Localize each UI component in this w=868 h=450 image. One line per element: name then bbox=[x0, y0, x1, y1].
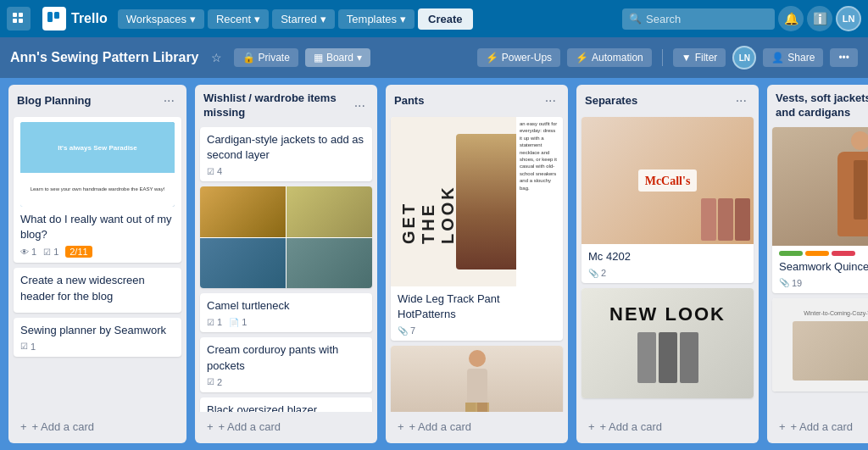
svg-rect-5 bbox=[54, 12, 59, 19]
chevron-down-icon: ▾ bbox=[357, 52, 362, 64]
card-title-pants-wide-leg: Wide Leg Track Pant HotPatterns bbox=[398, 292, 556, 322]
list-title-pants: Pants bbox=[394, 94, 542, 108]
create-button[interactable]: Create bbox=[418, 8, 472, 30]
card-blog-1[interactable]: It's always Sew Paradise Learn to sew yo… bbox=[14, 117, 181, 263]
avatar[interactable]: LN bbox=[836, 6, 861, 31]
board-icon: ▦ bbox=[314, 52, 323, 64]
list-menu-button[interactable]: ··· bbox=[542, 92, 559, 110]
card-wish-cardigan[interactable]: Cardigan-style jackets to add as second … bbox=[200, 127, 372, 181]
list-menu-button[interactable]: ··· bbox=[160, 92, 178, 110]
list-cards-vests: Seamwork Quince 📎 19 ✎ Winter-to-Coming-… bbox=[767, 124, 868, 412]
fashion-figure bbox=[456, 134, 524, 269]
share-button[interactable]: 👤 Share bbox=[763, 48, 823, 67]
list-wishlist: Wishlist / wardrobe items missing ··· Ca… bbox=[195, 85, 377, 443]
card-vest-seamwork[interactable]: Seamwork Quince 📎 19 ✎ bbox=[772, 127, 868, 293]
board-member-avatar[interactable]: LN bbox=[732, 46, 756, 69]
color-labels bbox=[779, 251, 868, 256]
search-input[interactable] bbox=[622, 8, 775, 30]
automation-button[interactable]: ⚡ Automation bbox=[567, 48, 652, 67]
paperclip-icon: 📎 bbox=[779, 278, 789, 287]
list-footer-blog-planning: + + Add a card bbox=[8, 412, 186, 443]
svg-rect-3 bbox=[19, 19, 23, 23]
list-header-pants: Pants ··· bbox=[386, 85, 568, 114]
pants-image-container: GET THE LOOK an easy outfit for everyday… bbox=[391, 117, 563, 286]
card-title-blog-3: Sewing planner by Seamwork bbox=[20, 323, 175, 338]
list-footer-separates: + + Add a card bbox=[576, 412, 759, 443]
card-title-wish-camel: Camel turtleneck bbox=[207, 298, 365, 314]
add-card-button-wishlist[interactable]: + + Add a card bbox=[200, 415, 372, 438]
visibility-button[interactable]: 🔒 Private bbox=[234, 48, 298, 67]
power-ups-button[interactable]: ⚡ Power-Ups bbox=[477, 48, 560, 67]
card-wish-camel[interactable]: Camel turtleneck ☑ 1 📄 1 ✎ bbox=[200, 293, 372, 332]
card-sep-mccalls[interactable]: McCall's Mc 4202 📎 2 bbox=[581, 117, 754, 283]
bell-icon: 🔔 bbox=[784, 12, 798, 25]
card-title-blog-1: What do I really want out of my blog? bbox=[20, 212, 175, 242]
search-wrap: 🔍 bbox=[622, 8, 775, 30]
card-meta-pants: 📎 7 bbox=[398, 325, 556, 336]
plus-icon: + bbox=[588, 420, 595, 433]
seamwork-figure bbox=[831, 131, 868, 242]
grid-menu-button[interactable] bbox=[7, 7, 31, 31]
list-title-blog-planning: Blog Planning bbox=[17, 94, 160, 108]
card-blog-3[interactable]: Sewing planner by Seamwork ☑ 1 ✎ bbox=[14, 318, 181, 357]
card-wish-blazer[interactable]: Black oversized blazer ☑ 1 ✎ bbox=[200, 397, 372, 412]
doc-icon: 📄 bbox=[229, 318, 239, 327]
add-card-button-blog[interactable]: + + Add a card bbox=[14, 415, 181, 438]
newlook-figures bbox=[637, 332, 698, 383]
card-vest-hotpatterns[interactable]: Winter-to-Coming-Cozy-Wrap-Hot-Patterns … bbox=[772, 298, 868, 392]
trello-wordmark: Trello bbox=[71, 11, 108, 26]
list-menu-button[interactable]: ··· bbox=[732, 92, 750, 110]
card-meta-mccalls: 📎 2 bbox=[588, 268, 747, 278]
list-footer-wishlist: + + Add a card bbox=[195, 412, 377, 443]
list-vests: Vests, soft jackets, ponchos and cardiga… bbox=[767, 85, 868, 443]
color-bar-orange bbox=[805, 251, 829, 256]
list-cards-separates: McCall's Mc 4202 📎 2 bbox=[576, 114, 759, 412]
recent-button[interactable]: Recent ▾ bbox=[208, 9, 269, 29]
card-title-wish-blazer: Black oversized blazer bbox=[207, 403, 365, 412]
info-icon: ℹ️ bbox=[813, 12, 827, 25]
notifications-button[interactable]: 🔔 bbox=[778, 6, 804, 31]
card-pants-2[interactable]: ✎ bbox=[391, 346, 563, 412]
card-pants-wide-leg[interactable]: GET THE LOOK an easy outfit for everyday… bbox=[391, 117, 563, 341]
person-figure bbox=[456, 350, 498, 412]
star-board-button[interactable]: ☆ bbox=[206, 49, 227, 66]
board-title: Ann's Sewing Pattern Library bbox=[10, 50, 199, 65]
newlook-image: NEW LOOK bbox=[581, 288, 754, 398]
hotpatterns-preview bbox=[793, 321, 868, 381]
card-sep-newlook[interactable]: NEW LOOK ✎ bbox=[581, 288, 754, 398]
card-meta-blog-3: ☑ 1 bbox=[20, 342, 175, 352]
add-card-button-separates[interactable]: + + Add a card bbox=[581, 415, 754, 438]
starred-button[interactable]: Starred ▾ bbox=[272, 9, 335, 29]
templates-button[interactable]: Templates ▾ bbox=[338, 9, 415, 29]
more-options-button[interactable]: ••• bbox=[830, 48, 858, 67]
card-title-wish-corduroy: Cream corduroy pants with pockets bbox=[207, 342, 365, 373]
badge-check: ☑ 4 bbox=[207, 166, 222, 176]
card-meta-wish-corduroy: ☑ 2 bbox=[207, 377, 365, 387]
trello-logo-icon bbox=[42, 7, 66, 31]
list-cards-wishlist: Cardigan-style jackets to add as second … bbox=[195, 124, 377, 412]
board-body: Blog Planning ··· It's always Sew Paradi… bbox=[0, 78, 868, 450]
card-blog-2[interactable]: Create a new widescreen header for the b… bbox=[14, 268, 181, 312]
board-view-button[interactable]: ▦ Board ▾ bbox=[305, 48, 370, 67]
pants-description: an easy outfit for everyday: dress it up… bbox=[516, 117, 563, 286]
svg-rect-0 bbox=[13, 13, 17, 17]
info-button[interactable]: ℹ️ bbox=[807, 6, 832, 31]
list-menu-button[interactable]: ··· bbox=[351, 97, 369, 115]
mccalls-image: McCall's bbox=[581, 117, 754, 244]
badge-paperclip: 📎 2 bbox=[588, 268, 606, 278]
trello-logo[interactable]: Trello bbox=[36, 3, 114, 34]
add-card-button-pants[interactable]: + + Add a card bbox=[391, 415, 563, 438]
list-footer-vests: + + Add a card bbox=[767, 412, 868, 443]
list-cards-pants: GET THE LOOK an easy outfit for everyday… bbox=[386, 114, 568, 412]
filter-button[interactable]: ▼ Filter bbox=[673, 48, 726, 67]
workspaces-button[interactable]: Workspaces ▾ bbox=[118, 9, 204, 29]
card-wish-fabric[interactable]: ✎ bbox=[200, 186, 372, 288]
badge-check: ☑ 2 bbox=[207, 377, 222, 387]
plus-icon: + bbox=[207, 420, 214, 433]
card-title-mccalls: Mc 4202 bbox=[588, 249, 747, 264]
lock-icon: 🔒 bbox=[242, 52, 255, 64]
card-wish-corduroy[interactable]: Cream corduroy pants with pockets ☑ 2 ✎ bbox=[200, 337, 372, 392]
card-meta-blog-1: 👁 1 ☑ 1 2/11 bbox=[20, 246, 175, 258]
filter-icon: ▼ bbox=[682, 52, 692, 64]
add-card-button-vests[interactable]: + + Add a card bbox=[772, 415, 868, 438]
